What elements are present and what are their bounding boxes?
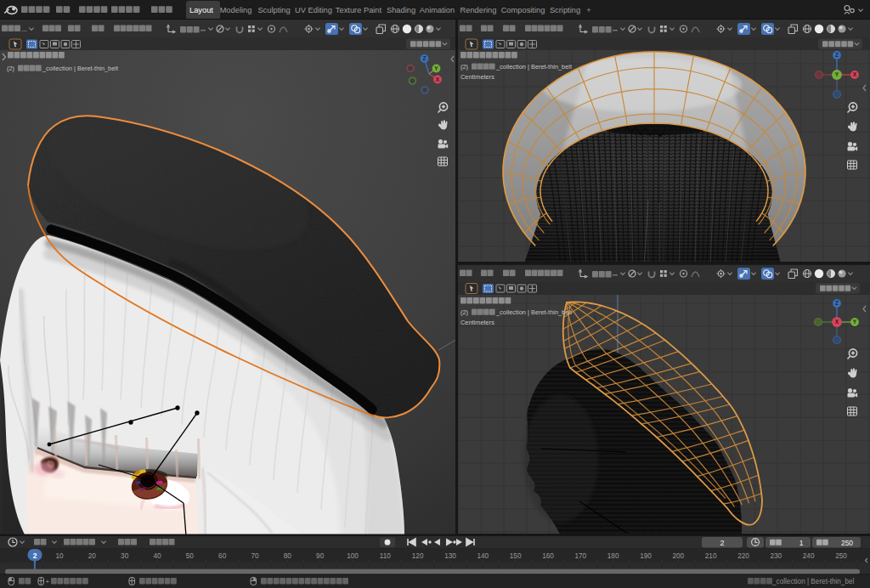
svg-text:_collection | Beret-thin_belt: _collection | Beret-thin_belt — [495, 308, 572, 316]
svg-text:240: 240 — [803, 552, 815, 560]
svg-text:190: 190 — [640, 552, 652, 560]
svg-text:X: X — [835, 319, 839, 325]
svg-text:250: 250 — [835, 552, 847, 560]
svg-text:Centimeters: Centimeters — [460, 73, 494, 81]
svg-text:70: 70 — [251, 552, 259, 560]
svg-text:Y: Y — [853, 319, 857, 325]
svg-text:230: 230 — [770, 552, 782, 560]
svg-text:30: 30 — [121, 552, 129, 560]
svg-text:2: 2 — [720, 539, 724, 547]
svg-text:10: 10 — [55, 552, 64, 560]
svg-text:...: ... — [21, 25, 27, 33]
svg-text:40: 40 — [153, 552, 161, 560]
svg-text:90: 90 — [316, 552, 325, 560]
svg-text:100: 100 — [347, 552, 359, 560]
svg-text:1: 1 — [799, 539, 804, 547]
svg-text:+: + — [586, 6, 590, 14]
svg-text:_collection | Beret-thin_belt: _collection | Beret-thin_belt — [42, 65, 118, 72]
svg-text:Rendering: Rendering — [460, 6, 497, 14]
svg-text:Shading: Shading — [387, 6, 415, 14]
svg-text:50: 50 — [186, 552, 195, 560]
svg-text:_collection | Beret-thin_bel: _collection | Beret-thin_bel — [771, 578, 855, 585]
svg-text:Texture Paint: Texture Paint — [336, 6, 382, 14]
svg-text:170: 170 — [574, 552, 586, 560]
svg-text:Y: Y — [434, 65, 438, 71]
svg-text:_collection | Beret-thin_belt: _collection | Beret-thin_belt — [495, 63, 572, 71]
svg-text:180: 180 — [607, 552, 619, 560]
svg-text:140: 140 — [477, 552, 489, 560]
svg-text:110: 110 — [380, 552, 391, 560]
svg-text:(2): (2) — [460, 63, 468, 71]
svg-text:80: 80 — [284, 552, 292, 560]
svg-text:200: 200 — [672, 552, 684, 560]
svg-text:+: + — [46, 578, 50, 585]
svg-text:Compositing: Compositing — [501, 6, 545, 14]
svg-text:20: 20 — [88, 552, 97, 560]
svg-text:Modeling: Modeling — [220, 6, 252, 14]
svg-text:60: 60 — [218, 552, 227, 560]
svg-text:UV Editing: UV Editing — [295, 6, 332, 14]
svg-text:Y: Y — [835, 71, 839, 77]
svg-text:150: 150 — [510, 552, 522, 560]
svg-text:Sculpting: Sculpting — [257, 6, 290, 14]
svg-text:Z: Z — [835, 300, 839, 306]
svg-text:Z: Z — [423, 55, 427, 61]
svg-text:(2): (2) — [7, 65, 14, 72]
svg-text:Centimeters: Centimeters — [460, 319, 494, 326]
svg-text:130: 130 — [444, 552, 456, 560]
svg-text:120: 120 — [412, 552, 424, 560]
svg-text:X: X — [853, 71, 857, 77]
svg-text:220: 220 — [737, 552, 749, 560]
svg-text:X: X — [436, 76, 440, 82]
svg-text:2: 2 — [33, 551, 37, 560]
svg-text:160: 160 — [542, 552, 554, 560]
svg-text:(2): (2) — [460, 308, 468, 316]
svg-text:Animation: Animation — [420, 6, 455, 14]
svg-text:Scripting: Scripting — [550, 6, 580, 14]
svg-text:Z: Z — [835, 52, 839, 58]
svg-text:Layout: Layout — [189, 6, 213, 14]
svg-text:210: 210 — [705, 552, 717, 560]
svg-text:250: 250 — [841, 539, 853, 547]
